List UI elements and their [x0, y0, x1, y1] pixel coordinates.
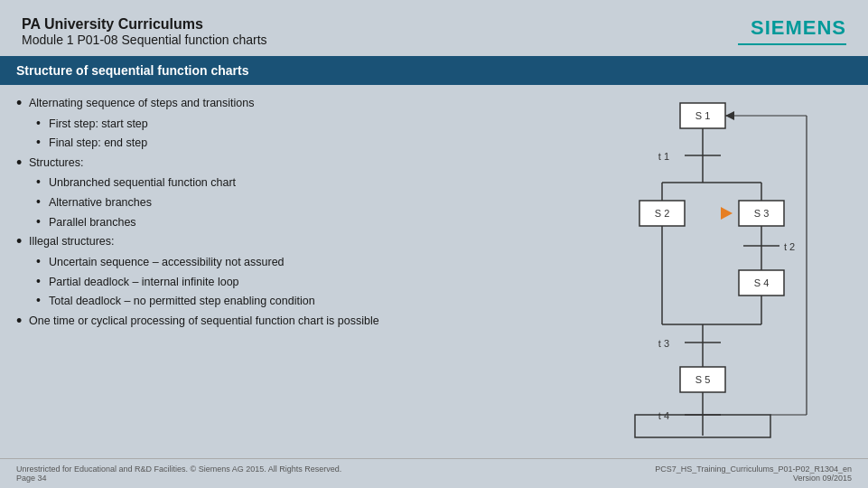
list-item: • One time or cyclical processing of seq… — [16, 312, 554, 332]
page: PA University Curriculums Module 1 P01-0… — [0, 0, 868, 488]
footer-doc-id: PCS7_HS_Training_Curriculums_P01-P02_R13… — [655, 465, 852, 474]
footer-right: PCS7_HS_Training_Curriculums_P01-P02_R13… — [655, 465, 852, 483]
list-item: • Alternating sequence of steps and tran… — [16, 94, 554, 114]
list-item-text: Alternative branches — [49, 193, 152, 212]
section-bar: Structure of sequential function charts — [0, 56, 868, 85]
siemens-logo-line — [738, 43, 846, 45]
list-item: • First step: start step — [36, 115, 554, 134]
svg-text:S 5: S 5 — [695, 374, 711, 385]
svg-text:t 4: t 4 — [658, 410, 669, 421]
bullet-dot: • — [36, 273, 49, 291]
bullet-dot: • — [36, 292, 49, 310]
header-title-block: PA University Curriculums Module 1 P01-0… — [22, 16, 267, 47]
list-item-text: Structures: — [29, 154, 83, 173]
footer-left: Unrestricted for Educational and R&D Fac… — [16, 465, 341, 483]
list-item-text: Unbranched sequential function chart — [49, 174, 236, 192]
list-item-text: Partial deadlock – internal infinite loo… — [49, 273, 239, 292]
main-content: • Alternating sequence of steps and tran… — [0, 85, 868, 458]
svg-text:S 2: S 2 — [655, 208, 670, 219]
bullet-dot: • — [16, 312, 29, 332]
svg-text:t 3: t 3 — [658, 338, 669, 349]
page-subtitle: Module 1 P01-08 Sequential function char… — [22, 33, 267, 47]
list-item: • Structures: — [16, 154, 554, 174]
svg-text:t 1: t 1 — [658, 151, 669, 162]
diagram-area: S 1 t 1 S 2 S 3 — [563, 94, 852, 458]
bullet-dot: • — [16, 94, 29, 114]
page-title: PA University Curriculums — [22, 16, 267, 33]
sfc-diagram: S 1 t 1 S 2 S 3 — [563, 94, 852, 446]
list-item-text: Final step: end step — [49, 134, 147, 153]
bullet-dot: • — [36, 253, 49, 271]
list-item-text: Uncertain sequence – accessibility not a… — [49, 253, 285, 272]
list-item: • Final step: end step — [36, 134, 554, 153]
list-item-text: One time or cyclical processing of seque… — [29, 312, 379, 331]
list-item: • Illegal structures: — [16, 232, 554, 252]
header: PA University Curriculums Module 1 P01-0… — [0, 0, 868, 56]
list-item-text: Alternating sequence of steps and transi… — [29, 94, 254, 113]
list-item: • Alternative branches — [36, 193, 554, 212]
bullet-list: • Alternating sequence of steps and tran… — [16, 94, 554, 458]
svg-text:S 1: S 1 — [695, 110, 711, 121]
bullet-dot: • — [16, 232, 29, 252]
svg-text:S 3: S 3 — [754, 208, 770, 219]
footer-version: Version 09/2015 — [793, 474, 852, 483]
list-item: • Total deadlock – no permitted step ena… — [36, 292, 554, 311]
svg-text:t 2: t 2 — [784, 241, 795, 252]
footer-unrestricted: Unrestricted for Educational and R&D Fac… — [16, 465, 341, 474]
bullet-dot: • — [36, 134, 49, 152]
list-item-text: Total deadlock – no permitted step enabl… — [49, 292, 315, 311]
list-item: • Parallel branches — [36, 213, 554, 232]
siemens-logo: SIEMENS — [738, 16, 846, 45]
footer-page: Page 34 — [16, 474, 47, 483]
list-item-text: First step: start step — [49, 115, 148, 134]
bullet-dot: • — [36, 213, 49, 231]
list-item-text: Parallel branches — [49, 213, 136, 232]
svg-marker-38 — [725, 111, 734, 120]
footer: Unrestricted for Educational and R&D Fac… — [0, 458, 868, 488]
bullet-dot: • — [36, 193, 49, 211]
siemens-logo-text: SIEMENS — [751, 16, 846, 40]
list-item-text: Illegal structures: — [29, 232, 114, 251]
svg-marker-14 — [721, 207, 733, 220]
bullet-dot: • — [36, 115, 49, 133]
list-item: • Partial deadlock – internal infinite l… — [36, 273, 554, 292]
list-item: • Unbranched sequential function chart — [36, 174, 554, 192]
list-item: • Uncertain sequence – accessibility not… — [36, 253, 554, 272]
svg-text:S 4: S 4 — [754, 277, 770, 288]
section-bar-label: Structure of sequential function charts — [16, 63, 248, 78]
bullet-dot: • — [16, 154, 29, 174]
bullet-dot: • — [36, 174, 49, 192]
